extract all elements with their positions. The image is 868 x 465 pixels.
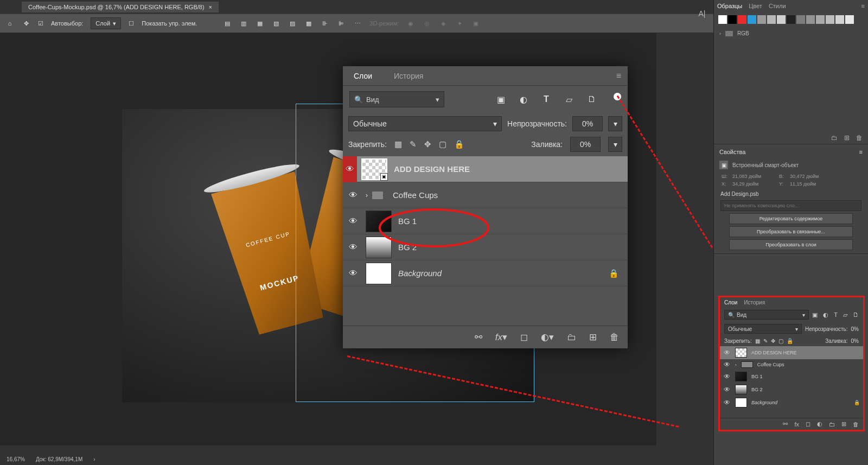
filter-toggle[interactable] bbox=[614, 93, 621, 100]
align-icon[interactable]: ▤ bbox=[223, 19, 232, 28]
align-icon[interactable]: ▨ bbox=[288, 19, 297, 28]
visibility-icon[interactable]: 👁 bbox=[723, 349, 731, 356]
distribute-icon[interactable]: ⊫ bbox=[337, 19, 346, 28]
visibility-icon[interactable]: 👁 bbox=[347, 216, 359, 226]
layer-thumbnail[interactable] bbox=[735, 385, 747, 394]
layer-row[interactable]: 👁 › Coffee Cups bbox=[720, 359, 863, 370]
3d-icon[interactable]: ◉ bbox=[406, 19, 415, 28]
filter-type-icon[interactable]: T bbox=[541, 94, 552, 105]
lock-artboard-icon[interactable]: ▢ bbox=[439, 139, 446, 149]
visibility-icon[interactable]: 👁 bbox=[347, 190, 359, 200]
blend-mode-dropdown[interactable]: Обычные▾ bbox=[724, 324, 802, 334]
visibility-icon[interactable]: 👁 bbox=[723, 399, 731, 406]
document-tab[interactable]: Coffee-Cups-Mockup.psd @ 16,7% (ADD DESI… bbox=[22, 2, 219, 12]
edit-contents-button[interactable]: Редактировать содержимое bbox=[729, 213, 853, 224]
align-icon[interactable]: ▩ bbox=[304, 19, 313, 28]
swatch[interactable] bbox=[718, 15, 727, 24]
opacity-value[interactable]: 0% bbox=[572, 116, 603, 131]
group-icon[interactable]: 🗀 bbox=[829, 421, 835, 428]
swatch[interactable] bbox=[787, 15, 795, 24]
libraries-icon[interactable]: A| bbox=[691, 5, 713, 22]
swatch[interactable] bbox=[757, 15, 766, 24]
3d-icon[interactable]: ▣ bbox=[471, 19, 480, 28]
panel-menu-icon[interactable]: ≡ bbox=[859, 149, 863, 155]
tab-styles[interactable]: Стили bbox=[769, 3, 786, 9]
visibility-icon[interactable]: 👁 bbox=[343, 156, 357, 182]
filter-smart-icon[interactable]: 🗋 bbox=[586, 94, 597, 105]
tab-layers[interactable]: Слои bbox=[343, 67, 383, 85]
visibility-icon[interactable]: 👁 bbox=[347, 243, 359, 252]
auto-select-dropdown[interactable]: Слой▾ bbox=[91, 17, 121, 29]
move-tool-icon[interactable]: ✥ bbox=[22, 19, 30, 28]
comp-dropdown[interactable]: Не применять композицию сло… bbox=[720, 200, 861, 211]
filter-adjust-icon[interactable]: ◐ bbox=[823, 311, 828, 319]
expand-icon[interactable]: › bbox=[366, 192, 368, 199]
mask-icon[interactable]: ◻ bbox=[520, 332, 528, 343]
tab-layers[interactable]: Слои bbox=[724, 300, 737, 305]
layer-row[interactable]: 👁 BG 1 bbox=[343, 208, 628, 234]
align-icon[interactable]: ▥ bbox=[239, 19, 248, 28]
layer-filter-dropdown[interactable]: 🔍 Вид▾ bbox=[724, 310, 809, 320]
3d-icon[interactable]: ◎ bbox=[423, 19, 431, 28]
swatch[interactable] bbox=[796, 15, 805, 24]
layer-thumbnail[interactable] bbox=[735, 372, 747, 381]
layer-thumbnail[interactable]: ▣ bbox=[361, 158, 387, 180]
panel-menu-icon[interactable]: ≡ bbox=[861, 3, 865, 9]
swatch[interactable] bbox=[845, 15, 854, 24]
visibility-icon[interactable]: 👁 bbox=[723, 386, 731, 393]
swatch[interactable] bbox=[826, 15, 834, 24]
tab-history[interactable]: История bbox=[744, 300, 765, 305]
layer-row[interactable]: 👁 ADD DESIGN HERE bbox=[720, 346, 863, 359]
3d-icon[interactable]: ✦ bbox=[455, 19, 464, 28]
visibility-icon[interactable]: 👁 bbox=[347, 269, 359, 278]
panel-menu-icon[interactable]: ≡ bbox=[616, 71, 621, 81]
trash-icon[interactable]: 🗑 bbox=[856, 134, 863, 142]
new-layer-icon[interactable]: ⊞ bbox=[841, 421, 846, 428]
expand-icon[interactable]: › bbox=[735, 362, 737, 367]
swatch[interactable] bbox=[728, 15, 737, 24]
link-icon[interactable]: ⚯ bbox=[783, 421, 788, 428]
blend-mode-dropdown[interactable]: Обычные▾ bbox=[348, 116, 502, 131]
layer-thumbnail[interactable] bbox=[735, 348, 747, 358]
close-icon[interactable]: × bbox=[209, 4, 212, 10]
width-value[interactable]: 21,083 дюйм bbox=[732, 174, 765, 179]
swatch[interactable] bbox=[767, 15, 776, 24]
convert-layers-button[interactable]: Преобразовать в слои bbox=[729, 239, 853, 250]
swatch[interactable] bbox=[748, 15, 756, 24]
visibility-icon[interactable]: 👁 bbox=[723, 361, 731, 368]
auto-select-checkbox[interactable]: ☑ bbox=[38, 20, 43, 27]
swatch[interactable] bbox=[806, 15, 815, 24]
layer-row[interactable]: 👁 ▣ ADD DESIGN HERE bbox=[343, 156, 628, 182]
y-value[interactable]: 11,15 дюйм bbox=[790, 181, 822, 187]
layer-thumbnail[interactable] bbox=[366, 237, 392, 258]
lock-artboard-icon[interactable]: ▢ bbox=[778, 338, 783, 344]
adjustment-icon[interactable]: ◐▾ bbox=[541, 332, 554, 343]
layer-thumbnail[interactable] bbox=[366, 211, 392, 232]
fx-icon[interactable]: fx▾ bbox=[495, 332, 507, 343]
lock-all-icon[interactable]: 🔒 bbox=[454, 139, 464, 149]
tab-color[interactable]: Цвет bbox=[749, 3, 762, 9]
link-icon[interactable]: ⚯ bbox=[475, 332, 482, 343]
mask-icon[interactable]: ◻ bbox=[806, 421, 810, 428]
layer-row[interactable]: 👁 › Coffee Cups bbox=[343, 182, 628, 208]
fill-value[interactable]: 0% bbox=[570, 137, 601, 152]
layer-thumbnail[interactable] bbox=[735, 398, 747, 407]
filter-shape-icon[interactable]: ▱ bbox=[843, 311, 847, 319]
tab-history[interactable]: История bbox=[383, 67, 434, 85]
align-icon[interactable]: ▧ bbox=[272, 19, 280, 28]
fill-value[interactable]: 0% bbox=[851, 338, 859, 344]
filter-adjust-icon[interactable]: ◐ bbox=[518, 94, 529, 105]
3d-icon[interactable]: ◈ bbox=[439, 19, 448, 28]
layer-row[interactable]: 👁 Background 🔒 bbox=[343, 260, 628, 286]
distribute-icon[interactable]: ⊪ bbox=[321, 19, 329, 28]
swatch[interactable] bbox=[738, 15, 746, 24]
lock-position-icon[interactable]: ✥ bbox=[424, 139, 431, 149]
adjustment-icon[interactable]: ◐ bbox=[817, 421, 822, 428]
opacity-dropdown[interactable]: ▾ bbox=[608, 116, 622, 131]
visibility-icon[interactable]: 👁 bbox=[723, 373, 731, 380]
fx-icon[interactable]: fx bbox=[794, 421, 799, 428]
height-value[interactable]: 30,472 дюйм bbox=[790, 174, 822, 179]
new-icon[interactable]: ⊞ bbox=[844, 134, 850, 142]
filter-pixel-icon[interactable]: ▣ bbox=[495, 94, 506, 105]
home-icon[interactable]: ⌂ bbox=[5, 19, 14, 28]
